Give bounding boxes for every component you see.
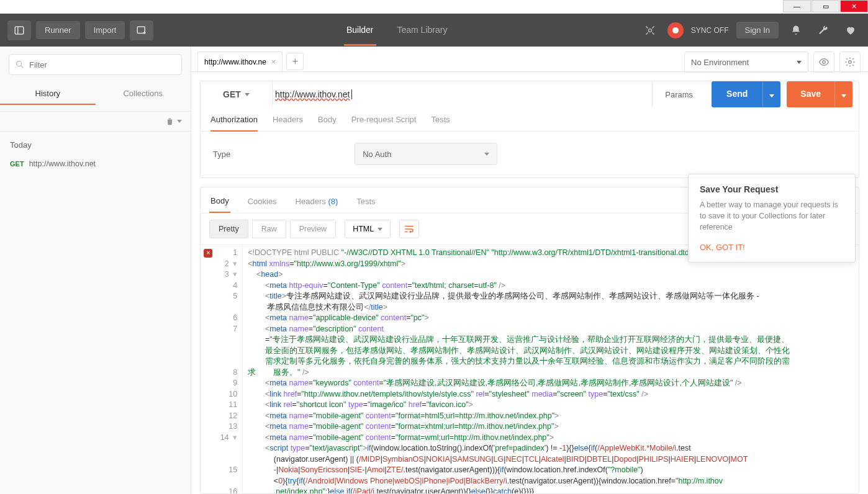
notifications-button[interactable]: [786, 25, 806, 36]
popover-body: A better way to manage your requests is …: [700, 199, 844, 233]
settings-button[interactable]: [813, 25, 833, 36]
close-tab-button[interactable]: ×: [271, 57, 276, 66]
popover-ok-button[interactable]: OK, GOT IT!: [700, 243, 844, 252]
svg-point-7: [849, 61, 852, 64]
sidebar: History Collections Today GET http://www…: [0, 47, 191, 494]
sync-indicator[interactable]: [667, 22, 684, 38]
trash-icon: [165, 117, 174, 126]
response-code-area[interactable]: × 1 2 ▾ 3 ▾ 4 5 6 7 8 9 10 11 12 13 14 ▾…: [201, 245, 859, 493]
wrap-icon: [404, 223, 415, 235]
environment-select[interactable]: No Environment: [684, 52, 808, 73]
history-item-url: http://www.ithov.net: [29, 159, 96, 168]
signin-button[interactable]: Sign In: [736, 22, 779, 38]
send-button[interactable]: Send: [712, 81, 762, 107]
chevron-down-icon: [797, 61, 802, 64]
popover-title: Save Your Request: [700, 184, 844, 194]
svg-point-4: [17, 61, 22, 66]
environment-settings-button[interactable]: [839, 52, 861, 73]
language-value: HTML: [353, 225, 374, 233]
toggle-sidebar-button[interactable]: [7, 20, 31, 40]
bell-icon: [790, 25, 802, 36]
new-window-button[interactable]: [130, 20, 153, 40]
minimize-button[interactable]: —: [783, 0, 811, 12]
view-pretty-button[interactable]: Pretty: [209, 220, 248, 238]
line-wrap-button[interactable]: [399, 220, 419, 238]
response-tab-headers-label: Headers: [296, 197, 326, 206]
method-value: GET: [223, 89, 241, 99]
new-tab-button[interactable]: +: [286, 53, 304, 70]
window-plus-icon: [136, 25, 147, 36]
chevron-down-icon: [377, 228, 382, 231]
chevron-down-icon: [841, 94, 846, 97]
response-tab-tests[interactable]: Tests: [355, 194, 376, 212]
response-headers-count: (8): [328, 197, 338, 206]
sidebar-tab-collections[interactable]: Collections: [96, 83, 191, 111]
main-panel: No Environment http://www.ithov.ne × + G…: [191, 47, 868, 494]
auth-type-select[interactable]: No Auth: [355, 143, 497, 165]
filter-input[interactable]: [9, 54, 182, 75]
chevron-down-icon: [484, 153, 489, 156]
subtab-tests[interactable]: Tests: [431, 115, 450, 132]
request-panel: GET http://www.ithov.net Params Send Sav…: [200, 81, 859, 178]
response-tab-headers[interactable]: Headers (8): [294, 194, 340, 212]
view-raw-button[interactable]: Raw: [252, 220, 286, 238]
chevron-down-icon: [177, 120, 182, 123]
heart-button[interactable]: [841, 25, 861, 36]
subtab-body[interactable]: Body: [318, 115, 337, 132]
svg-point-6: [823, 61, 826, 64]
auth-type-label: Type: [213, 150, 230, 159]
subtab-authorization[interactable]: Authorization: [210, 115, 258, 132]
text-caret: [351, 89, 352, 99]
import-button[interactable]: Import: [85, 21, 125, 39]
chevron-down-icon: [245, 93, 250, 96]
close-window-button[interactable]: ✕: [840, 0, 868, 12]
tab-builder[interactable]: Builder: [344, 14, 376, 46]
save-button[interactable]: Save: [787, 81, 834, 107]
url-text: http://www.ithov.net: [273, 89, 352, 99]
window-titlebar: — ▭ ✕: [0, 0, 868, 14]
save-dropdown-button[interactable]: [834, 81, 852, 107]
code-content: <!DOCTYPE html PUBLIC "-//W3C//DTD XHTML…: [243, 245, 795, 493]
clear-history-button[interactable]: [165, 117, 182, 126]
view-preview-button[interactable]: Preview: [290, 220, 336, 238]
environment-select-label: No Environment: [691, 58, 749, 67]
search-icon: [15, 60, 25, 70]
request-tab-title: http://www.ithov.ne: [204, 58, 266, 66]
sidebar-tab-history[interactable]: History: [0, 83, 96, 111]
satellite-icon: [644, 24, 656, 37]
app-header: Runner Import Builder Team Library SYNC …: [0, 14, 868, 47]
params-button[interactable]: Params: [653, 81, 705, 107]
send-dropdown-button[interactable]: [762, 81, 780, 107]
maximize-button[interactable]: ▭: [811, 0, 839, 12]
method-select[interactable]: GET: [201, 81, 273, 107]
interceptor-icon[interactable]: [640, 24, 660, 37]
chevron-down-icon: [769, 94, 774, 97]
save-request-popover: Save Your Request A better way to manage…: [688, 174, 856, 263]
gear-icon: [844, 56, 856, 68]
heart-icon: [845, 25, 856, 36]
svg-rect-0: [15, 27, 24, 34]
history-item-method: GET: [10, 160, 24, 168]
wrench-icon: [818, 25, 829, 36]
eye-icon: [818, 56, 830, 68]
environment-quick-look-button[interactable]: [813, 52, 834, 73]
history-section-today: Today: [0, 132, 191, 155]
response-tab-cookies[interactable]: Cookies: [246, 194, 278, 212]
subtab-headers[interactable]: Headers: [273, 115, 303, 132]
tab-team-library[interactable]: Team Library: [395, 14, 450, 46]
svg-line-5: [21, 66, 23, 68]
url-input[interactable]: http://www.ithov.net: [273, 81, 653, 107]
history-item[interactable]: GET http://www.ithov.net: [0, 155, 191, 173]
svg-point-3: [648, 29, 651, 32]
code-gutter: × 1 2 ▾ 3 ▾ 4 5 6 7 8 9 10 11 12 13 14 ▾…: [201, 245, 243, 493]
panel-icon: [14, 25, 25, 36]
language-select[interactable]: HTML: [345, 220, 391, 238]
response-tab-body[interactable]: Body: [209, 194, 230, 213]
svg-rect-2: [138, 27, 145, 34]
subtab-prerequest[interactable]: Pre-request Script: [351, 115, 417, 132]
request-tab[interactable]: http://www.ithov.ne ×: [197, 52, 283, 71]
runner-button[interactable]: Runner: [36, 21, 80, 39]
auth-type-value: No Auth: [363, 150, 391, 159]
sync-status: SYNC OFF: [691, 26, 729, 35]
